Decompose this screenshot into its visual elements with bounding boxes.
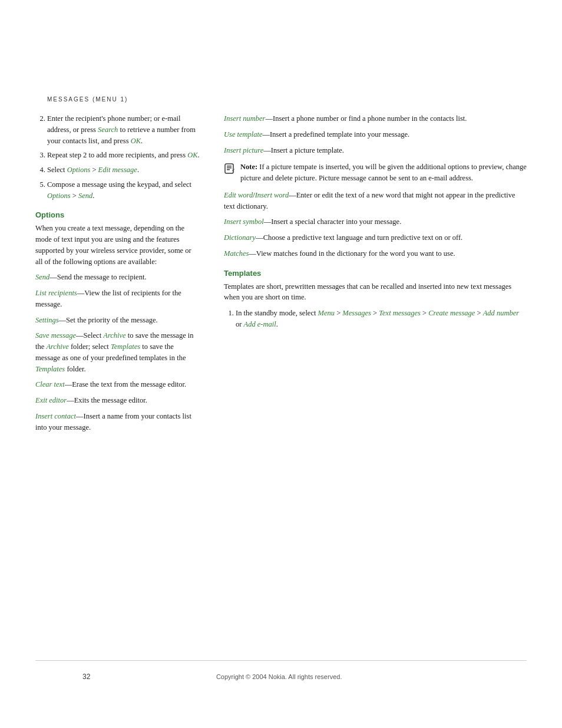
term-settings-label: Settings: [35, 316, 59, 324]
options-link-1: Options: [67, 166, 91, 174]
archive-link-1: Archive: [103, 331, 125, 340]
term-insert-number: Insert number—Insert a phone number or f…: [224, 113, 527, 124]
menu-link: Menu: [318, 309, 335, 317]
term-dictionary-def: —Choose a predictive text language and t…: [256, 233, 462, 242]
note-text: Note: If a picture tempate is inserted, …: [240, 162, 527, 184]
edit-message-link: Edit message: [98, 166, 137, 174]
messages-link: Messages: [342, 309, 371, 317]
term-dictionary: Dictionary—Choose a predictive text lang…: [224, 232, 527, 243]
term-edit-word-label: Edit word: [224, 191, 253, 199]
page: Messages (Menu 1) Enter the recipient's …: [0, 0, 562, 728]
term-insert-word-label: Insert word: [255, 191, 289, 199]
term-use-template-def: —Insert a predefined template into your …: [263, 130, 410, 139]
options-link-2: Options: [47, 192, 71, 200]
right-column: Insert number—Insert a phone number or f…: [224, 113, 527, 643]
steps-list: Enter the recipient's phone number; or e…: [35, 113, 200, 201]
page-number: 32: [82, 673, 90, 681]
term-insert-contact-label: Insert contact: [35, 412, 76, 420]
term-insert-number-def: —Insert a phone number or find a phone n…: [265, 114, 467, 123]
templates-link-2: Templates: [35, 365, 65, 373]
content-area: Enter the recipient's phone number; or e…: [0, 113, 562, 643]
svg-rect-0: [225, 164, 233, 173]
page-footer: 32 Copyright © 2004 Nokia. All rights re…: [35, 660, 527, 681]
term-use-template: Use template—Insert a predefined templat…: [224, 129, 527, 140]
page-header-text: Messages (Menu 1): [47, 96, 128, 103]
ok-link-1: OK: [131, 137, 141, 145]
archive-link-2: Archive: [46, 342, 68, 351]
templates-intro: Templates are short, prewritten messages…: [224, 281, 527, 304]
note-box: Note: If a picture tempate is inserted, …: [224, 162, 527, 184]
svg-rect-3: [227, 169, 230, 170]
term-use-template-label: Use template: [224, 130, 263, 139]
note-body: If a picture tempate is inserted, you wi…: [240, 163, 527, 182]
term-insert-picture-def: —Insert a picture template.: [263, 146, 344, 154]
add-email-link: Add e-mail: [244, 320, 276, 328]
term-send: Send—Send the message to recipient.: [35, 272, 200, 283]
term-list-recipients-label: List recipients: [35, 289, 77, 297]
term-save-message: Save message—Select Archive to save the …: [35, 330, 200, 374]
step-2: Enter the recipient's phone number; or e…: [47, 113, 200, 146]
create-message-link: Create message: [428, 309, 475, 317]
term-list-recipients: List recipients—View the list of recipie…: [35, 288, 200, 310]
term-settings-def: —Set the priority of the message.: [59, 316, 158, 324]
note-icon: [224, 163, 236, 174]
term-insert-symbol-label: Insert symbol: [224, 218, 264, 226]
step-4: Select Options > Edit message.: [47, 164, 200, 176]
term-send-label: Send: [35, 273, 49, 281]
templates-heading: Templates: [224, 269, 527, 278]
term-insert-symbol: Insert symbol—Insert a special character…: [224, 216, 527, 228]
page-header: Messages (Menu 1): [0, 94, 562, 113]
text-messages-link: Text messages: [379, 309, 421, 317]
term-matches-def: —View matches found in the dictionary fo…: [249, 249, 455, 258]
options-intro: When you create a text message, dependin…: [35, 223, 200, 267]
term-matches: Matches—View matches found in the dictio…: [224, 248, 527, 259]
svg-rect-1: [227, 166, 232, 167]
add-number-link: Add number: [483, 309, 519, 317]
term-matches-label: Matches: [224, 249, 249, 258]
term-save-message-label: Save message: [35, 331, 76, 340]
term-insert-number-label: Insert number: [224, 114, 265, 123]
footer-row: 32 Copyright © 2004 Nokia. All rights re…: [82, 673, 480, 681]
term-insert-contact: Insert contact—Insert a name from your c…: [35, 411, 200, 433]
term-settings: Settings—Set the priority of the message…: [35, 315, 200, 326]
step-3: Repeat step 2 to add more recipients, an…: [47, 150, 200, 161]
term-edit-word: Edit word/Insert word—Enter or edit the …: [224, 190, 527, 212]
ok-link-2: OK: [187, 151, 197, 159]
note-label: Note:: [240, 163, 257, 171]
search-link: Search: [98, 126, 118, 134]
options-heading: Options: [35, 210, 200, 219]
term-send-def: —Send the message to recipient.: [49, 273, 146, 281]
svg-rect-2: [227, 167, 232, 169]
templates-link-1: Templates: [111, 342, 140, 351]
term-insert-picture-label: Insert picture: [224, 146, 263, 154]
term-dictionary-label: Dictionary: [224, 233, 256, 242]
term-exit-editor: Exit editor—Exits the message editor.: [35, 395, 200, 406]
term-clear-text: Clear text—Erase the text from the messa…: [35, 379, 200, 390]
send-link-1: Send: [78, 192, 92, 200]
term-insert-picture: Insert picture—Insert a picture template…: [224, 145, 527, 156]
templates-step-1: In the standby mode, select Menu > Messa…: [236, 308, 527, 330]
footer-copyright: Copyright © 2004 Nokia. All rights reser…: [216, 673, 342, 680]
term-exit-editor-def: —Exits the message editor.: [67, 396, 147, 404]
term-insert-symbol-def: —Insert a special character into your me…: [264, 218, 402, 226]
step-5: Compose a message using the keypad, and …: [47, 179, 200, 202]
term-clear-text-label: Clear text: [35, 380, 65, 388]
term-exit-editor-label: Exit editor: [35, 396, 67, 404]
templates-list: In the standby mode, select Menu > Messa…: [224, 308, 527, 330]
left-column: Enter the recipient's phone number; or e…: [35, 113, 200, 643]
term-save-message-def-1: —Select: [76, 331, 103, 340]
term-clear-text-def: —Erase the text from the message editor.: [65, 380, 187, 388]
